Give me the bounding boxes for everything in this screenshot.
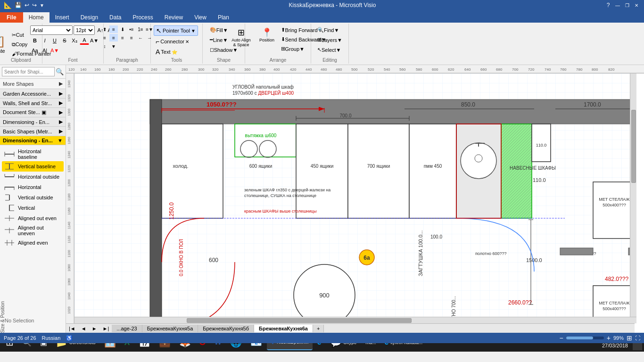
bullets-btn[interactable]: •≡ xyxy=(127,25,136,33)
layers-icon: ⊞ xyxy=(317,37,322,43)
bold-btn[interactable]: B xyxy=(30,36,40,45)
qat-save[interactable]: 💾 xyxy=(15,2,22,8)
shape-aligned-even[interactable]: Aligned out even xyxy=(2,213,64,223)
find-btn[interactable]: 🔍 Find▼ xyxy=(315,25,341,34)
accessibility-btn[interactable]: ♿ xyxy=(66,335,73,341)
shapes-cat-doc[interactable]: Document Ste... ▣ ▶ xyxy=(0,108,66,117)
tab-data[interactable]: Data xyxy=(104,12,127,23)
qat-undo[interactable]: ↩ xyxy=(25,2,29,8)
char-spacing-btn[interactable]: A| xyxy=(40,46,50,55)
maximize-btn[interactable]: ❐ xyxy=(623,1,631,9)
v-scroll-thumb[interactable] xyxy=(631,110,636,183)
zoom-slider-bar[interactable] xyxy=(566,337,604,339)
page-add-tab[interactable]: + xyxy=(313,325,324,332)
indent-dec-btn[interactable]: ← xyxy=(136,34,145,41)
shapes-cat-dim1[interactable]: Dimensioning - En... ▶ xyxy=(0,117,66,127)
page-nav-last[interactable]: ►| xyxy=(100,325,112,332)
shape-search-btn[interactable]: 🔍 xyxy=(56,68,64,75)
shape-horiz[interactable]: Horizontal xyxy=(2,182,64,192)
line-spacing-btn[interactable]: ↕ xyxy=(100,42,109,50)
pointer-tool-dropdown[interactable]: ▼ xyxy=(191,28,196,33)
shape-vert[interactable]: Vertical xyxy=(2,203,64,213)
tab-design[interactable]: Design xyxy=(75,12,104,23)
shape-horiz-outside[interactable]: Horizontal outside xyxy=(2,172,64,182)
shape-aligned-uneven-icon xyxy=(4,227,15,234)
tab-file[interactable]: File xyxy=(0,12,23,23)
fit-page-btn[interactable]: ⊞ xyxy=(627,334,632,342)
highlight-btn[interactable]: A▼ xyxy=(90,36,99,45)
tab-insert[interactable]: Insert xyxy=(50,12,75,23)
shape-aligned-even2[interactable]: Aligned even xyxy=(2,238,64,248)
select-btn[interactable]: ↖ Select▼ xyxy=(315,45,343,54)
v-scrollbar[interactable] xyxy=(630,74,636,317)
paste-button[interactable]: 📋 Paste xyxy=(0,33,8,56)
shapes-cat-basic[interactable]: Basic Shapes (Metr... ▶ xyxy=(0,127,66,136)
svg-text:580: 580 xyxy=(416,67,422,72)
svg-rect-11 xyxy=(5,187,14,188)
help-btn[interactable]: ? xyxy=(604,1,612,9)
auto-align-btn[interactable]: ⊞ Auto Align& Space xyxy=(227,25,256,49)
strikethrough-btn[interactable]: S xyxy=(60,36,69,45)
tab-home[interactable]: Home xyxy=(23,12,50,23)
page-tab-23[interactable]: ...age-23 xyxy=(112,325,142,332)
shapes-cat-walls[interactable]: Walls, Shell and Str... ▶ xyxy=(0,99,66,108)
text-tool-label[interactable]: Text xyxy=(161,49,170,55)
shape-vert-baseline[interactable]: Vertical baseline xyxy=(2,161,64,172)
h-scrollbar[interactable] xyxy=(74,317,636,323)
numbering-btn[interactable]: 1≡ xyxy=(136,25,145,33)
shapes-cat-dim2[interactable]: Dimensioning - En... ▼ xyxy=(0,136,66,145)
position-btn[interactable]: 📍 Position xyxy=(256,25,278,44)
canvas-area[interactable]: // Ruler marks will be drawn by JS 120 1… xyxy=(66,65,644,333)
shapes-cat-garden[interactable]: Garden Accessorie... ▶ xyxy=(0,89,66,99)
expand-btn[interactable]: ⛶ xyxy=(635,335,640,341)
align-mid-btn[interactable]: ≡ xyxy=(109,25,118,33)
page-tab-5a[interactable]: БрежневкаКухня5а xyxy=(142,325,198,332)
minimize-btn[interactable]: — xyxy=(614,1,621,9)
svg-text:482.0???: 482.0??? xyxy=(605,276,628,282)
shape-horiz-baseline[interactable]: Horizontal baseline xyxy=(2,147,64,161)
tab-view[interactable]: View xyxy=(189,12,212,23)
align-right-btn[interactable]: ≡ xyxy=(118,34,127,41)
shape-vert-outside[interactable]: Vertical outside xyxy=(2,192,64,203)
align-bot-btn[interactable]: ⬇ xyxy=(118,25,127,33)
more-shapes-btn[interactable]: More Shapes ▶ xyxy=(0,79,66,89)
shape-search-input[interactable] xyxy=(2,67,55,76)
underline-btn[interactable]: U xyxy=(50,36,59,45)
pointer-tool-label[interactable]: Pointer Tool xyxy=(163,28,190,33)
zoom-plus[interactable]: + xyxy=(607,334,611,342)
page-tab-6a[interactable]: БрежневкаКухня6а xyxy=(254,325,313,332)
close-btn[interactable]: ✕ xyxy=(633,1,640,9)
justify-btn[interactable]: ≡ xyxy=(127,34,136,41)
qat-dropdown[interactable]: ▼ xyxy=(40,3,44,8)
para-more-btn[interactable]: ▼ xyxy=(109,42,118,50)
shapes-panel: 🔍 More Shapes ▶ Garden Accessorie... ▶ W… xyxy=(0,65,66,333)
italic-btn[interactable]: I xyxy=(40,36,50,45)
tab-review[interactable]: Review xyxy=(159,12,189,23)
font-family-select[interactable]: Arial xyxy=(30,25,73,35)
zoom-minus[interactable]: − xyxy=(560,334,563,342)
align-top-btn[interactable]: ⬆ xyxy=(100,25,109,33)
font-size-select[interactable]: 12pt xyxy=(74,25,95,35)
subscript-btn[interactable]: X₂ xyxy=(70,36,79,45)
tab-process[interactable]: Process xyxy=(127,12,158,23)
page-nav-prev[interactable]: ◄ xyxy=(78,325,89,332)
align-left-btn[interactable]: ≡ xyxy=(100,34,109,41)
connector-close[interactable]: ✕ xyxy=(185,39,189,44)
svg-text:1340: 1340 xyxy=(67,80,71,88)
connector-label[interactable]: Connector xyxy=(160,39,184,44)
shape-aligned-uneven[interactable]: Aligned out uneven xyxy=(2,223,64,238)
fill-color-btn[interactable]: A▼ xyxy=(50,46,59,55)
page-nav-next[interactable]: ► xyxy=(89,325,100,332)
tab-plan[interactable]: Plan xyxy=(212,12,235,23)
color-btn[interactable]: A xyxy=(80,36,89,45)
page-nav-first[interactable]: |◄ xyxy=(66,325,78,332)
drawing-canvas[interactable]: холод. вытяжка ш600 600 ящики 450 ящики … xyxy=(74,74,630,317)
case-btn[interactable]: Aa xyxy=(30,46,40,55)
qat-redo[interactable]: ↪ xyxy=(32,2,37,8)
shape-horiz-outside-icon xyxy=(4,173,15,181)
layers-btn[interactable]: ⊞ Layers▼ xyxy=(315,35,345,44)
align-center-btn[interactable]: ≡ xyxy=(109,34,118,41)
text-tool-more[interactable]: ⭐ xyxy=(172,49,177,55)
h-scroll-thumb[interactable] xyxy=(187,318,412,323)
page-tab-5b[interactable]: БрежневкаКухня5б xyxy=(198,325,254,332)
